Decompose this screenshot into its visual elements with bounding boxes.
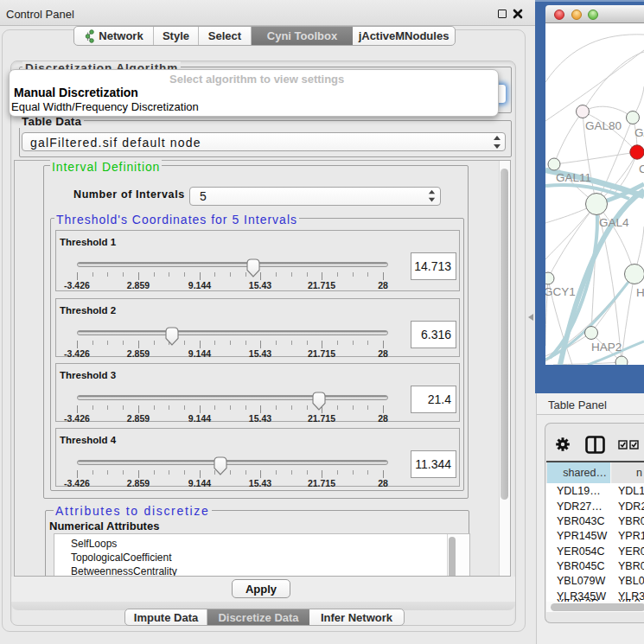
svg-text:GAL11: GAL11	[556, 171, 591, 184]
svg-text:C: C	[639, 163, 644, 175]
svg-text:HAP2: HAP2	[591, 341, 622, 354]
svg-text:GAL: GAL	[634, 126, 644, 139]
svg-text:H: H	[636, 286, 644, 299]
svg-text:GCY1: GCY1	[545, 285, 576, 298]
svg-text:GAL80: GAL80	[585, 119, 622, 132]
svg-text:GAL4: GAL4	[599, 216, 629, 229]
